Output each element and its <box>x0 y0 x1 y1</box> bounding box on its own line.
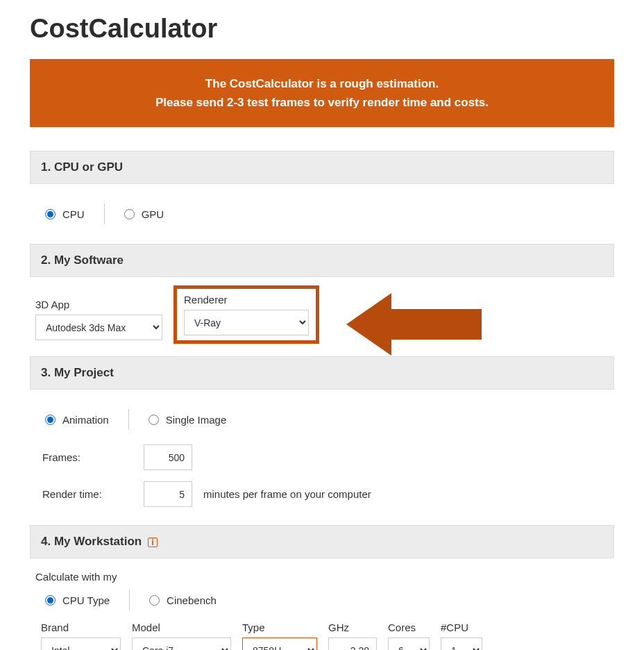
svg-marker-0 <box>346 293 482 356</box>
input-ghz[interactable] <box>328 638 377 650</box>
radio-animation-input[interactable] <box>45 415 56 425</box>
section-software: 2. My Software 3D App Autodesk 3ds Max R… <box>30 244 614 356</box>
radio-animation[interactable]: Animation <box>45 414 109 426</box>
section-cpu-gpu: 1. CPU or GPU CPU GPU <box>30 151 614 244</box>
banner-line-1: The CostCalculator is a rough estimation… <box>44 74 600 93</box>
label-calculate-with: Calculate with my <box>35 571 609 587</box>
select-cores[interactable]: 6 <box>388 638 430 650</box>
section-header-1: 1. CPU or GPU <box>30 151 614 184</box>
radio-gpu-label: GPU <box>142 208 164 220</box>
select-type[interactable]: 8750H <box>242 638 317 650</box>
input-rendertime[interactable] <box>144 481 192 507</box>
section-header-2: 2. My Software <box>30 244 614 277</box>
highlight-renderer: Renderer V-Ray <box>173 285 319 344</box>
select-3d-app[interactable]: Autodesk 3ds Max <box>35 315 162 340</box>
divider <box>129 590 130 610</box>
radio-single-image-label: Single Image <box>166 414 227 426</box>
label-type: Type <box>242 622 317 633</box>
label-cores: Cores <box>388 622 430 633</box>
radio-cpu-input[interactable] <box>45 209 56 219</box>
radio-cpu[interactable]: CPU <box>45 208 85 220</box>
radio-single-image[interactable]: Single Image <box>149 414 227 426</box>
notice-banner: The CostCalculator is a rough estimation… <box>30 59 614 127</box>
info-icon[interactable]: i <box>148 538 158 547</box>
label-frames: Frames: <box>42 451 133 463</box>
section-workstation: 4. My Workstation i Calculate with my CP… <box>30 525 614 650</box>
label-3d-app: 3D App <box>35 299 162 310</box>
select-model[interactable]: Core i7 <box>132 638 231 650</box>
radio-animation-label: Animation <box>62 414 109 426</box>
radio-cinebench-label: Cinebench <box>167 594 217 606</box>
radio-cpu-type-label: CPU Type <box>62 594 110 606</box>
label-rendertime: Render time: <box>42 488 133 500</box>
divider <box>104 203 105 224</box>
select-cpucount[interactable]: 1 <box>441 638 482 650</box>
label-brand: Brand <box>41 622 121 633</box>
divider <box>128 409 129 430</box>
radio-cpu-label: CPU <box>62 208 85 220</box>
label-model: Model <box>132 622 231 633</box>
radio-cinebench[interactable]: Cinebench <box>149 594 217 606</box>
select-renderer[interactable]: V-Ray <box>184 310 309 335</box>
section-header-4: 4. My Workstation i <box>30 525 614 558</box>
input-frames[interactable] <box>144 444 192 470</box>
version-text-obscured: 1,2 <box>382 312 397 324</box>
page-title: CostCalculator <box>30 14 614 44</box>
radio-cpu-type[interactable]: CPU Type <box>45 594 110 606</box>
select-brand[interactable]: Intel <box>41 638 121 650</box>
label-renderer: Renderer <box>184 294 309 306</box>
section-header-3: 3. My Project <box>30 356 614 390</box>
radio-cpu-type-input[interactable] <box>45 595 56 606</box>
banner-line-2: Please send 2-3 test frames to verify re… <box>44 93 600 112</box>
radio-single-image-input[interactable] <box>149 415 159 425</box>
label-ghz: GHz <box>328 622 377 633</box>
label-cpucount: #CPU <box>441 622 482 633</box>
radio-gpu-input[interactable] <box>124 209 135 219</box>
attention-arrow-icon <box>346 293 485 358</box>
radio-gpu[interactable]: GPU <box>124 208 164 220</box>
radio-cinebench-input[interactable] <box>149 595 160 606</box>
label-rendertime-suffix: minutes per frame on your computer <box>203 488 371 500</box>
section-project: 3. My Project Animation Single Image Fra… <box>30 356 614 525</box>
